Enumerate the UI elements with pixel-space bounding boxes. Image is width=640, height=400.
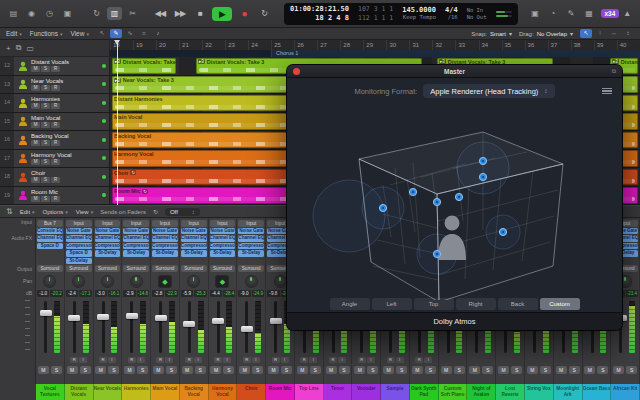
fx-slot[interactable]: Channel EQ [123,235,149,241]
fader-cap[interactable] [155,315,167,321]
play-button[interactable]: ▶ [212,7,232,21]
fader-section[interactable] [122,298,150,356]
lcd-display[interactable]: 01:00:28:21.50 18 2 4 8 107 3 1 1 112 1 … [284,3,518,25]
solo-button[interactable]: S [80,366,91,374]
input-monitor-button[interactable]: I [223,357,231,363]
fader-cap[interactable] [241,326,253,332]
arrangement-track[interactable]: Chorus 1 [110,50,640,57]
pencil-tool-icon[interactable]: ✎ [110,29,122,38]
solo-button[interactable]: S [223,366,234,374]
quick-help-icon[interactable]: ◉ [24,7,39,20]
record-enable-button[interactable]: R [243,357,251,363]
mixer-menu-options[interactable]: Options▾ [43,209,68,215]
input-monitor-button[interactable]: I [309,357,317,363]
fader-db-value[interactable]: -2.8 [152,290,164,297]
track-m-button[interactable]: M [31,140,40,146]
audio-region[interactable]: ▸3Distant Vocals: Take 3 [112,58,176,75]
fx-slot[interactable]: Channel EQ [37,235,63,241]
solo-button[interactable]: S [339,366,350,374]
fx-slot[interactable]: St-Delay [123,250,149,256]
track-m-button[interactable]: M [31,66,40,72]
solo-button[interactable]: S [511,366,522,374]
fx-slot[interactable]: St-Delay [66,258,92,264]
mute-button[interactable]: M [210,366,221,374]
track-r-button[interactable]: R [51,140,60,146]
bar-ruler[interactable]: 1819202122232425262728293031323334353637… [110,40,640,50]
input-monitor-button[interactable]: I [108,357,116,363]
pan-knob[interactable] [102,276,113,287]
mute-button[interactable]: M [153,366,164,374]
pan-knob[interactable] [275,276,286,287]
forward-button[interactable]: ▶▶ [172,7,188,21]
fx-slot[interactable]: Noise Gate [66,228,92,234]
record-enable-button[interactable]: R [70,357,78,363]
playhead[interactable] [117,40,118,205]
fx-slot[interactable]: Compressor [238,243,264,249]
channel-strip[interactable]: InputNoise GateChannel EQCompressorSt-De… [122,218,151,384]
lcd-time-signature[interactable]: 4/4 [445,6,458,15]
peak-db-value[interactable]: -16.1 [108,290,120,297]
take-folder-chip[interactable]: ▸3 [439,59,446,64]
record-enable-button[interactable]: R [214,357,222,363]
mute-button[interactable]: M [441,366,452,374]
close-icon[interactable] [293,68,300,75]
channel-name-label[interactable]: Vocoder [352,384,381,400]
track-s-button[interactable]: S [41,85,50,91]
fx-slot[interactable]: Noise Gate [152,228,178,234]
channel-name-label[interactable]: Moonlight Ark [554,384,583,400]
solo-button[interactable]: S [540,366,551,374]
fader-cap[interactable] [183,321,195,327]
channel-name-label[interactable]: Main Vocal [151,384,180,400]
fader-section[interactable] [209,298,237,356]
input-monitor-dot[interactable] [99,64,109,68]
link-icon[interactable]: ⧉ [612,68,616,75]
output-slot[interactable]: Surround [210,265,236,272]
mute-button[interactable]: M [326,366,337,374]
solo-button[interactable]: S [108,366,119,374]
fx-slot[interactable]: Compressor [66,243,92,249]
solo-button[interactable]: S [252,366,263,374]
mute-button[interactable]: M [354,366,365,374]
surround-panner[interactable]: ◆ [159,276,171,287]
output-slot[interactable]: Surround [123,265,149,272]
input-monitor-button[interactable]: I [165,357,173,363]
channel-strip[interactable]: InputNoise GateChannel EQCompressorSt-De… [237,218,266,384]
track-r-button[interactable]: R [51,177,60,183]
input-monitor-dot[interactable] [99,101,109,105]
fader-db-value[interactable]: -9.8 [267,290,279,297]
solo-button[interactable]: S [137,366,148,374]
fader-db-value[interactable]: -4.4 [210,290,222,297]
input-slot[interactable]: Input [181,220,207,227]
track-r-button[interactable]: R [51,196,60,202]
mute-button[interactable]: M [527,366,538,374]
zoom-h-icon[interactable]: ↔ [608,29,620,38]
fader-cap[interactable] [126,313,138,319]
solo-button[interactable]: S [367,366,378,374]
marquee-button-icon[interactable]: ⁞ [594,29,606,38]
fx-slot[interactable]: Noise Gate [95,228,121,234]
fx-slot[interactable]: Channel EQ [238,235,264,241]
track-header[interactable]: 17Harmony VocalMSR [0,150,110,168]
pan-knob[interactable] [188,276,199,287]
input-monitor-button[interactable]: I [338,357,346,363]
take-folder-chip[interactable]: ▸3 [198,59,205,64]
record-enable-button[interactable]: R [415,357,423,363]
peak-db-value[interactable]: -23.4 [626,290,638,297]
count-in-icon[interactable]: ▣ [528,7,543,20]
input-monitor-button[interactable]: I [367,357,375,363]
mute-button[interactable]: M [383,366,394,374]
menu-edit[interactable]: Edit▾ [6,30,22,37]
track-header[interactable]: 14HarmoniesMSR [0,94,110,112]
mute-button[interactable]: M [469,366,480,374]
fader-cap[interactable] [212,318,224,324]
toolbar-toggle-icon[interactable]: ▣ [60,7,75,20]
menu-view[interactable]: View▾ [70,30,89,37]
input-slot[interactable]: Bus 7 [37,220,63,227]
input-monitor-dot[interactable] [99,156,109,160]
record-enable-button[interactable]: R [128,357,136,363]
input-monitor-button[interactable]: I [396,357,404,363]
record-enable-button[interactable]: R [329,357,337,363]
fader-section[interactable] [94,298,122,356]
fader-section[interactable] [237,298,265,356]
mixer-link-icon[interactable]: ⇅ [6,207,13,216]
